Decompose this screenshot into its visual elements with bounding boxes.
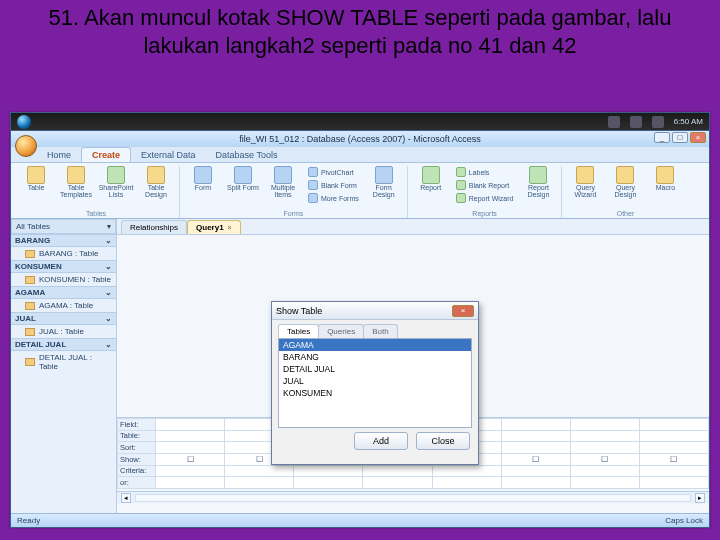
ribbon-btn-table[interactable]: Table — [19, 166, 53, 198]
ribbon-tabs: Home Create External Data Database Tools — [11, 147, 709, 163]
tab-external-data[interactable]: External Data — [131, 148, 206, 162]
collapse-icon: ⌄ — [105, 314, 112, 323]
ribbon-btn-report[interactable]: Report — [414, 166, 448, 204]
list-item[interactable]: JUAL — [279, 375, 471, 387]
dialog-table-list[interactable]: AGAMA BARANG DETAIL JUAL JUAL KONSUMEN — [278, 338, 472, 428]
dialog-title-text: Show Table — [276, 306, 322, 316]
nav-item[interactable]: BARANG : Table — [11, 247, 116, 260]
ribbon-btn-table-templates[interactable]: Table Templates — [59, 166, 93, 198]
show-table-dialog: Show Table × Tables Queries Both AGAMA B… — [271, 301, 479, 465]
ribbon-btn-sharepoint-lists[interactable]: SharePoint Lists — [99, 166, 133, 198]
nav-section[interactable]: DETAIL JUAL⌄ — [11, 338, 116, 351]
ribbon-btn-blank-form[interactable]: Blank Form — [306, 179, 361, 191]
nav-item[interactable]: JUAL : Table — [11, 325, 116, 338]
list-item[interactable]: DETAIL JUAL — [279, 363, 471, 375]
dialog-tabs: Tables Queries Both — [272, 320, 478, 338]
qgrid-row-show: Show: — [118, 453, 156, 465]
list-item[interactable]: AGAMA — [279, 339, 471, 351]
ribbon-btn-blank-report[interactable]: Blank Report — [454, 179, 516, 191]
window-maximize-button[interactable]: □ — [672, 132, 688, 143]
ribbon-btn-multiple-items[interactable]: Multiple Items — [266, 166, 300, 204]
ribbon-btn-labels[interactable]: Labels — [454, 166, 516, 178]
tab-create[interactable]: Create — [81, 147, 131, 162]
table-icon — [25, 302, 35, 310]
document-tabs: Relationships Query1 × — [117, 219, 709, 235]
ribbon-group-label: Reports — [472, 210, 497, 218]
ribbon-btn-report-design[interactable]: Report Design — [521, 166, 555, 204]
table-icon — [25, 276, 35, 284]
taskbar-clock: 6:50 AM — [674, 117, 703, 126]
dialog-close-button[interactable]: × — [452, 305, 474, 317]
horizontal-scrollbar[interactable]: ◂ ▸ — [117, 491, 709, 503]
ribbon-group-label: Tables — [86, 210, 106, 218]
access-window: 6:50 AM file_WI 51_012 : Database (Acces… — [10, 112, 710, 528]
qgrid-row-field: Field: — [118, 419, 156, 431]
close-icon[interactable]: × — [228, 224, 232, 231]
taskbar-app-icon[interactable] — [608, 116, 620, 128]
slide-title: 51. Akan muncul kotak SHOW TABLE seperti… — [0, 0, 720, 65]
nav-item[interactable]: AGAMA : Table — [11, 299, 116, 312]
table-icon — [25, 328, 35, 336]
ribbon-btn-pivotchart[interactable]: PivotChart — [306, 166, 361, 178]
collapse-icon: ⌄ — [105, 262, 112, 271]
ribbon-btn-query-wizard[interactable]: Query Wizard — [568, 166, 602, 198]
window-close-button[interactable]: × — [690, 132, 706, 143]
status-right: Caps Lock — [665, 516, 703, 525]
nav-section[interactable]: JUAL⌄ — [11, 312, 116, 325]
dialog-close-btn[interactable]: Close — [416, 432, 470, 450]
window-minimize-button[interactable]: _ — [654, 132, 670, 143]
qgrid-row-table: Table: — [118, 430, 156, 442]
ribbon-btn-form[interactable]: Form — [186, 166, 220, 204]
doc-tab-relationships[interactable]: Relationships — [121, 220, 187, 234]
dialog-tab-both[interactable]: Both — [363, 324, 397, 338]
ribbon-group-other: Query Wizard Query Design Macro Other — [562, 166, 688, 218]
table-icon — [25, 358, 35, 366]
ribbon-btn-split-form[interactable]: Split Form — [226, 166, 260, 204]
nav-section[interactable]: BARANG⌄ — [11, 234, 116, 247]
chevron-down-icon: ▾ — [107, 222, 111, 231]
dialog-titlebar[interactable]: Show Table × — [272, 302, 478, 320]
office-button-icon[interactable] — [15, 135, 37, 157]
status-left: Ready — [17, 516, 40, 525]
qgrid-row-criteria: Criteria: — [118, 465, 156, 477]
ribbon: Table Table Templates SharePoint Lists T… — [11, 163, 709, 219]
ribbon-btn-more-forms[interactable]: More Forms — [306, 192, 361, 204]
ribbon-group-label: Forms — [283, 210, 303, 218]
ribbon-btn-form-design[interactable]: Form Design — [367, 166, 401, 204]
window-titlebar: file_WI 51_012 : Database (Access 2007) … — [11, 131, 709, 147]
taskbar-app-icon[interactable] — [630, 116, 642, 128]
dialog-tab-queries[interactable]: Queries — [318, 324, 364, 338]
nav-section[interactable]: AGAMA⌄ — [11, 286, 116, 299]
dialog-tab-tables[interactable]: Tables — [278, 324, 319, 338]
list-item[interactable]: KONSUMEN — [279, 387, 471, 399]
doc-tab-query1[interactable]: Query1 × — [187, 220, 241, 234]
collapse-icon: ⌄ — [105, 288, 112, 297]
nav-header-label: All Tables — [16, 222, 50, 231]
start-orb-icon[interactable] — [17, 115, 31, 129]
scroll-right-icon[interactable]: ▸ — [695, 493, 705, 503]
nav-item[interactable]: DETAIL JUAL : Table — [11, 351, 116, 373]
ribbon-group-reports: Report Labels Blank Report Report Wizard… — [408, 166, 563, 218]
list-item[interactable]: BARANG — [279, 351, 471, 363]
ribbon-group-tables: Table Table Templates SharePoint Lists T… — [13, 166, 180, 218]
ribbon-group-forms: Form Split Form Multiple Items PivotChar… — [180, 166, 408, 218]
ribbon-btn-macro[interactable]: Macro — [648, 166, 682, 198]
tab-home[interactable]: Home — [37, 148, 81, 162]
tab-database-tools[interactable]: Database Tools — [206, 148, 288, 162]
ribbon-btn-table-design[interactable]: Table Design — [139, 166, 173, 198]
ribbon-btn-query-design[interactable]: Query Design — [608, 166, 642, 198]
nav-section[interactable]: KONSUMEN⌄ — [11, 260, 116, 273]
status-bar: Ready Caps Lock — [11, 513, 709, 527]
qgrid-row-sort: Sort: — [118, 442, 156, 454]
taskbar-app-icon[interactable] — [652, 116, 664, 128]
qgrid-row-or: or: — [118, 477, 156, 489]
collapse-icon: ⌄ — [105, 340, 112, 349]
scroll-left-icon[interactable]: ◂ — [121, 493, 131, 503]
nav-item[interactable]: KONSUMEN : Table — [11, 273, 116, 286]
scrollbar-track[interactable] — [135, 494, 691, 502]
ribbon-btn-report-wizard[interactable]: Report Wizard — [454, 192, 516, 204]
collapse-icon: ⌄ — [105, 236, 112, 245]
nav-header[interactable]: All Tables ▾ — [11, 219, 116, 234]
desktop-taskbar: 6:50 AM — [11, 113, 709, 131]
dialog-add-button[interactable]: Add — [354, 432, 408, 450]
